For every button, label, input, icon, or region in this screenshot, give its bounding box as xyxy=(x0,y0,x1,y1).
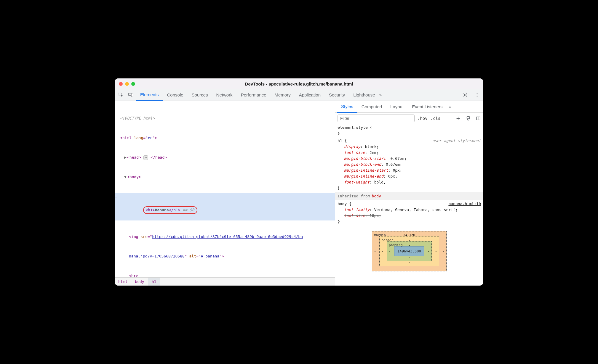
svg-point-3 xyxy=(464,94,466,96)
settings-icon[interactable] xyxy=(462,92,469,98)
tab-lighthouse[interactable]: Lighthouse xyxy=(349,89,379,101)
paint-bucket-icon[interactable] xyxy=(466,116,471,121)
styles-filter-row: :hov .cls xyxy=(335,113,483,124)
stab-styles[interactable]: Styles xyxy=(337,101,357,113)
gutter-dots-icon[interactable]: ⋯ xyxy=(115,194,118,200)
svg-rect-8 xyxy=(477,117,480,120)
main-tabbar: Elements Console Sources Network Perform… xyxy=(115,89,483,101)
element-style-rule[interactable]: element.style { } xyxy=(335,124,483,137)
filter-input[interactable] xyxy=(338,115,415,122)
img-src-link[interactable]: https://cdn.glitch.global/87b4c0fe-655a-… xyxy=(152,234,303,239)
stab-event-listeners[interactable]: Event Listeners xyxy=(408,101,447,113)
styles-body[interactable]: element.style { } h1 {user agent stylesh… xyxy=(335,124,483,286)
tab-sources[interactable]: Sources xyxy=(188,89,212,101)
box-model-diagram[interactable]: margin 24.120 - - border - - - - xyxy=(335,225,483,271)
inherited-from-bar: Inherited from body xyxy=(335,192,483,200)
devtools-window: DevTools - speculative-rules.glitch.me/b… xyxy=(115,78,483,286)
crumb-body[interactable]: body xyxy=(131,278,148,286)
more-tabs-icon[interactable]: » xyxy=(447,104,453,109)
svg-point-4 xyxy=(477,93,478,94)
hov-toggle[interactable]: :hov xyxy=(418,116,428,121)
doctype-node[interactable]: <!DOCTYPE html> xyxy=(120,116,155,120)
highlight-circle: <h1>Banana</h1> == $0 xyxy=(143,206,197,214)
svg-point-5 xyxy=(477,94,478,95)
source-link[interactable]: banana.html:10 xyxy=(448,201,481,207)
img-src-link-cont[interactable]: nana.jpg?v=1705668720588 xyxy=(129,254,185,258)
tab-network[interactable]: Network xyxy=(212,89,237,101)
styles-tabbar: Styles Computed Layout Event Listeners » xyxy=(335,101,483,113)
body-rule[interactable]: body {banana.html:10 font-family: Verdan… xyxy=(335,200,483,225)
ellipsis-icon[interactable]: ⋯ xyxy=(143,155,148,160)
titlebar: DevTools - speculative-rules.glitch.me/b… xyxy=(115,78,483,89)
crumb-html[interactable]: html xyxy=(115,278,131,286)
selected-dom-node[interactable]: ⋯ <h1>Banana</h1> == $0 xyxy=(115,193,335,220)
expand-arrow-icon[interactable]: ▶ xyxy=(124,154,127,161)
content-area: <!DOCTYPE html> <html lang="en"> ▶<head>… xyxy=(115,101,483,286)
stab-computed[interactable]: Computed xyxy=(357,101,386,113)
svg-rect-7 xyxy=(467,116,470,118)
tab-console[interactable]: Console xyxy=(163,89,188,101)
window-title: DevTools - speculative-rules.glitch.me/b… xyxy=(115,81,483,86)
tab-elements[interactable]: Elements xyxy=(136,89,163,101)
tab-performance[interactable]: Performance xyxy=(237,89,271,101)
dom-panel: <!DOCTYPE html> <html lang="en"> ▶<head>… xyxy=(115,101,335,286)
tab-security[interactable]: Security xyxy=(325,89,349,101)
svg-rect-2 xyxy=(131,94,133,97)
ua-stylesheet-label: user agent stylesheet xyxy=(432,138,481,144)
tab-application[interactable]: Application xyxy=(295,89,325,101)
new-style-rule-icon[interactable] xyxy=(455,116,461,121)
device-toolbar-icon[interactable] xyxy=(128,92,134,98)
more-tabs-icon[interactable]: » xyxy=(379,92,382,97)
dom-tree[interactable]: <!DOCTYPE html> <html lang="en"> ▶<head>… xyxy=(115,101,335,277)
tab-memory[interactable]: Memory xyxy=(271,89,295,101)
kebab-menu-icon[interactable] xyxy=(474,92,480,98)
cls-toggle[interactable]: .cls xyxy=(431,116,441,121)
h1-rule[interactable]: h1 {user agent stylesheet display: block… xyxy=(335,137,483,192)
stab-layout[interactable]: Layout xyxy=(386,101,408,113)
inspect-element-icon[interactable] xyxy=(118,92,124,98)
svg-point-6 xyxy=(477,96,478,97)
dom-breadcrumb: html body h1 xyxy=(115,277,335,286)
crumb-h1[interactable]: h1 xyxy=(148,278,160,286)
styles-panel: Styles Computed Layout Event Listeners »… xyxy=(335,101,483,286)
main-tabs: Elements Console Sources Network Perform… xyxy=(136,89,462,101)
panel-toggle-icon[interactable] xyxy=(476,116,481,121)
collapse-arrow-icon[interactable]: ▼ xyxy=(124,174,127,180)
